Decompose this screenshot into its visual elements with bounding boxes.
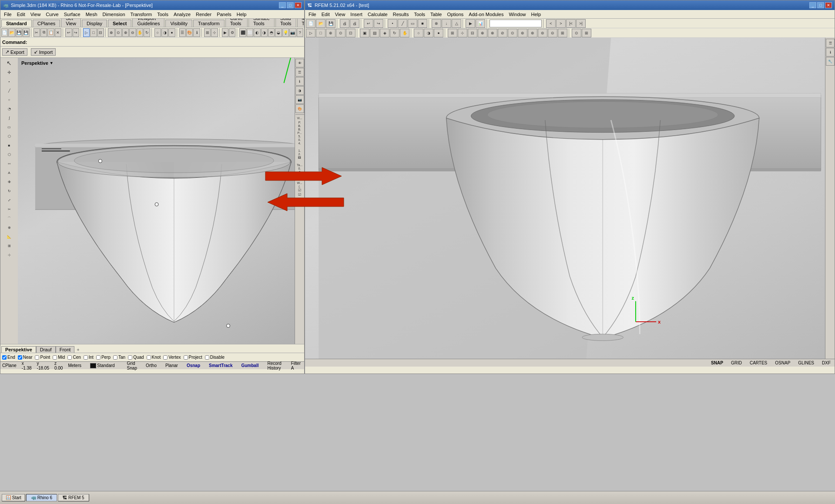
rhino-tab-curvetools[interactable]: Curve Tools — [225, 19, 248, 27]
tb-save[interactable]: 💾 — [16, 28, 22, 37]
lt-circle[interactable]: ○ — [1, 95, 17, 104]
rfem-menu-table[interactable]: Table — [428, 11, 444, 17]
rfem-3d-viewport[interactable]: x z ☰ ℹ 🔧 — [305, 38, 835, 359]
snap-mid-check[interactable] — [53, 355, 57, 360]
tb-more3[interactable]: ◐ — [254, 28, 260, 37]
rfem-menu-help[interactable]: Help — [529, 11, 544, 17]
lt-move[interactable]: ✙ — [1, 177, 17, 186]
snap-tan-check[interactable] — [113, 355, 117, 360]
lt-boolean[interactable]: ⊕ — [1, 223, 17, 232]
tb-more4[interactable]: ◑ — [261, 28, 268, 37]
rt-props[interactable]: ℹ — [295, 77, 304, 86]
tb-help[interactable]: ? — [297, 28, 303, 37]
rhino-tab-standard[interactable]: Standard — [1, 20, 32, 27]
tb-lights[interactable]: 💡 — [282, 28, 289, 37]
rhino-tab-surfacetools[interactable]: Surface Tools — [248, 19, 275, 27]
lt-arc[interactable]: ◔ — [1, 104, 17, 113]
rfem-tb-zoom-win[interactable]: ⊡ — [346, 29, 355, 37]
rhino-menu-edit[interactable]: Edit — [14, 11, 28, 17]
rfem-snap-osnap[interactable]: OSNAP — [773, 360, 792, 366]
rfem-tb-shade-r[interactable]: ◑ — [424, 29, 433, 37]
tb-zoom-out[interactable]: ⊖ — [129, 28, 136, 37]
rfem-tb-solid2[interactable]: ■ — [418, 19, 427, 28]
tb-more1[interactable]: ⬛ — [239, 28, 246, 37]
tb-shade[interactable]: ◑ — [161, 28, 168, 37]
rt-display[interactable]: ◑ — [295, 86, 304, 95]
lt-analyze[interactable]: 📐 — [1, 232, 17, 241]
status-ortho[interactable]: Ortho — [144, 363, 158, 368]
tb-delete[interactable]: ✕ — [55, 28, 61, 37]
snap-int-check[interactable] — [84, 355, 88, 360]
lt-rotate-tool[interactable]: ↻ — [1, 187, 17, 195]
rfem-tb-more3[interactable]: ⊟ — [468, 29, 477, 37]
rfem-tb-load[interactable]: ↓ — [442, 19, 451, 28]
snap-vertex-check[interactable] — [163, 355, 168, 360]
tb-zoom-ext[interactable]: ⊕ — [108, 28, 114, 37]
snap-knot[interactable]: Knot — [147, 355, 161, 360]
lt-extra2[interactable]: ⊹ — [1, 250, 17, 259]
rfem-tb-surface[interactable]: ▭ — [408, 19, 417, 28]
tb-render-opts[interactable]: ⚙ — [229, 28, 235, 37]
tb-more6[interactable]: ◒ — [275, 28, 282, 37]
rfem-snap-dxf[interactable]: DXF — [820, 360, 833, 366]
tb-zoom-sel[interactable]: ⊙ — [115, 28, 122, 37]
rt-camera-r[interactable]: 📷 — [295, 95, 304, 104]
rfem-tb-last[interactable]: >| — [576, 19, 586, 28]
rhino-menu-file[interactable]: File — [1, 11, 14, 17]
rfem-tb-view-front[interactable]: ▣ — [360, 29, 369, 37]
tb-material[interactable]: 🎨 — [186, 28, 193, 37]
rfem-tb-more5[interactable]: ⊗ — [488, 29, 497, 37]
tb-axis[interactable]: ⊹ — [211, 28, 218, 37]
rfem-snap-cartes[interactable]: CARTES — [748, 360, 769, 366]
snap-int[interactable]: Int — [84, 355, 94, 360]
tb-more2[interactable]: ⬜ — [247, 28, 253, 37]
snap-knot-check[interactable] — [147, 355, 151, 360]
rfem-menu-insert[interactable]: Insert — [348, 11, 365, 17]
tb-more5[interactable]: ◓ — [268, 28, 275, 37]
rfem-tb-line[interactable]: ╱ — [398, 19, 407, 28]
rfem-tb-save[interactable]: 💾 — [326, 19, 335, 28]
rfem-tb-more6[interactable]: ⊘ — [498, 29, 507, 37]
tb-new[interactable]: 📄 — [1, 28, 8, 37]
rhino-tab-drauf[interactable]: Drauf — [36, 346, 56, 353]
tb-rotate[interactable]: ↻ — [144, 28, 150, 37]
rfem-rt-2[interactable]: ℹ — [826, 48, 835, 57]
rhino-menu-analyze[interactable]: Analyze — [171, 11, 193, 17]
rfem-tb-first[interactable]: |< — [566, 19, 576, 28]
lt-extrude[interactable]: ⬡ — [1, 132, 17, 140]
tb-redo[interactable]: ↪ — [73, 28, 79, 37]
rfem-tb-grid-r[interactable]: ⊞ — [582, 29, 591, 37]
rhino-tab-display[interactable]: Display — [82, 20, 107, 27]
rhino-minimize-btn[interactable]: _ — [279, 2, 286, 8]
rhino-tab-transform[interactable]: Transform — [193, 20, 225, 27]
snap-disable-check[interactable] — [205, 355, 209, 360]
rfem-tb-print2[interactable]: 🖨 — [350, 19, 359, 28]
rhino-menu-curve[interactable]: Curve — [43, 11, 61, 17]
lt-mesh[interactable]: ⬡ — [1, 150, 17, 159]
import-button[interactable]: ↙ Import — [31, 48, 56, 56]
rfem-tb-more4[interactable]: ⊕ — [478, 29, 487, 37]
snap-vertex[interactable]: Vertex — [163, 355, 181, 360]
snap-quad-check[interactable] — [128, 355, 132, 360]
rfem-rt-1[interactable]: ☰ — [826, 39, 835, 47]
tb-paste[interactable]: 📋 — [47, 28, 54, 37]
rfem-tb-new[interactable]: 📄 — [306, 19, 315, 28]
taskbar-rhino[interactable]: 🦏 Rhino 6 — [26, 494, 57, 501]
rfem-tb-more2[interactable]: ⊹ — [458, 29, 467, 37]
rhino-tab-meshtools[interactable]: Mesh Tools — [297, 19, 304, 27]
rfem-tb-undo[interactable]: ↩ — [364, 19, 373, 28]
rfem-snap-grid[interactable]: GRID — [729, 360, 744, 366]
rfem-snap-snap[interactable]: SNAP — [709, 360, 725, 366]
rfem-menu-options[interactable]: Options — [444, 11, 466, 17]
snap-perp[interactable]: Perp — [96, 355, 111, 360]
rfem-tb-pan-r[interactable]: ✋ — [400, 29, 409, 37]
rfem-tb-select-r[interactable]: ▷ — [306, 29, 315, 37]
tb-properties[interactable]: ℹ — [193, 28, 200, 37]
rfem-tb-print[interactable]: 🖨 — [340, 19, 349, 28]
rfem-tb-view-iso[interactable]: ◈ — [380, 29, 389, 37]
rfem-menu-edit[interactable]: Edit — [319, 11, 332, 17]
lt-curve[interactable]: ∫ — [1, 113, 17, 122]
rhino-menu-transform[interactable]: Transform — [128, 11, 155, 17]
snap-mid[interactable]: Mid — [53, 355, 65, 360]
rt-materials[interactable]: 🎨 — [295, 104, 304, 113]
